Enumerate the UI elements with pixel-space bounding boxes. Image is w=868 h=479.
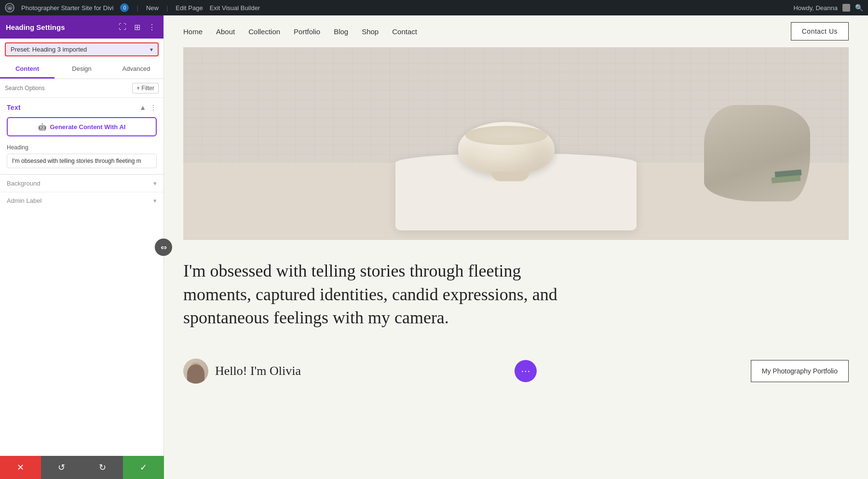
tab-content[interactable]: Content — [0, 60, 54, 79]
sidebar-header: Heading Settings ⛶ ⊞ ⋮ — [0, 15, 163, 39]
contact-us-button[interactable]: Contact Us — [791, 22, 849, 40]
nav-link-about[interactable]: About — [216, 27, 235, 36]
site-nav: Home About Collection Portfolio Blog Sho… — [183, 27, 417, 36]
generate-content-button[interactable]: 🤖 Generate Content With AI — [7, 117, 157, 136]
background-section-title: Background — [7, 180, 40, 187]
sidebar-columns-icon[interactable]: ⊞ — [132, 22, 142, 33]
sidebar-header-icons: ⛶ ⊞ ⋮ — [117, 22, 158, 33]
text-section-controls: ▲ ⋮ — [139, 104, 157, 111]
text-section-title: Text — [7, 104, 21, 111]
text-section: Text ▲ ⋮ 🤖 Generate Content With AI Head… — [0, 98, 163, 174]
admin-comment-count[interactable]: 0 — [120, 3, 129, 12]
sidebar-more-icon[interactable]: ⋮ — [146, 22, 158, 33]
background-section[interactable]: Background ▾ — [0, 174, 163, 192]
tabs-row: Content Design Advanced — [0, 60, 163, 79]
nav-link-shop[interactable]: Shop — [362, 27, 379, 36]
heading-field-input[interactable] — [7, 154, 157, 168]
tab-design[interactable]: Design — [54, 60, 109, 79]
redo-button[interactable]: ↻ — [82, 456, 123, 479]
background-chevron-icon: ▾ — [153, 180, 157, 187]
admin-label-section[interactable]: Admin Label ▾ — [0, 192, 163, 209]
undo-button[interactable]: ↺ — [41, 456, 82, 479]
svg-text:W: W — [8, 6, 12, 11]
portfolio-button[interactable]: My Photography Portfolio — [751, 360, 849, 382]
sidebar-panel: Heading Settings ⛶ ⊞ ⋮ Preset: Heading 3… — [0, 15, 164, 479]
generate-content-label: Generate Content With AI — [50, 123, 126, 131]
preset-chevron-icon: ▾ — [150, 46, 153, 53]
admin-edit-page-link[interactable]: Edit Page — [176, 4, 203, 12]
nav-link-collection[interactable]: Collection — [248, 27, 280, 36]
admin-label-chevron-icon: ▾ — [153, 197, 157, 204]
text-section-menu-icon[interactable]: ⋮ — [150, 104, 157, 111]
admin-bar-left: W Photographer Starter Site for Divi 0 |… — [5, 3, 786, 13]
nav-link-home[interactable]: Home — [183, 27, 203, 36]
hello-row: Hello! I'm Olivia — [183, 359, 301, 384]
text-section-header[interactable]: Text ▲ ⋮ — [0, 98, 163, 115]
admin-new-link[interactable]: New — [146, 4, 159, 12]
site-header: Home About Collection Portfolio Blog Sho… — [164, 15, 868, 47]
admin-bar: W Photographer Starter Site for Divi 0 |… — [0, 0, 868, 15]
sidebar-title: Heading Settings — [6, 23, 65, 31]
main-content: I'm obsessed with telling stories throug… — [164, 240, 868, 354]
content-area: Home About Collection Portfolio Blog Sho… — [164, 15, 868, 479]
wordpress-logo-icon[interactable]: W — [5, 3, 14, 13]
admin-label-section-title: Admin Label — [7, 197, 41, 204]
filter-button[interactable]: + Filter — [132, 83, 159, 93]
search-options-input[interactable] — [5, 85, 129, 92]
avatar-silhouette — [187, 364, 204, 384]
ai-icon: 🤖 — [38, 123, 46, 131]
bottom-row: Hello! I'm Olivia ··· My Photography Por… — [164, 354, 868, 393]
heading-field-group: Heading — [0, 142, 163, 174]
admin-howdy-label: Howdy, Deanna — [793, 4, 838, 12]
save-button[interactable]: ✓ — [123, 456, 164, 479]
admin-site-name[interactable]: Photographer Starter Site for Divi — [21, 4, 113, 12]
text-section-collapse-icon[interactable]: ▲ — [139, 104, 146, 111]
search-filter-row: + Filter — [0, 79, 163, 98]
heading-field-label: Heading — [7, 144, 157, 151]
bowl-base — [491, 172, 529, 181]
bottom-toolbar: ✕ ↺ ↻ ✓ — [0, 456, 164, 479]
avatar — [183, 359, 208, 384]
hero-image — [183, 47, 849, 240]
drag-handle[interactable]: ⇔ — [155, 239, 172, 256]
floating-dots-button[interactable]: ··· — [515, 360, 537, 382]
bowl-shape — [458, 122, 555, 175]
admin-avatar — [842, 4, 850, 12]
nav-link-blog[interactable]: Blog — [334, 27, 348, 36]
sidebar-fullscreen-icon[interactable]: ⛶ — [117, 22, 128, 32]
hero-scene — [183, 47, 849, 240]
preset-label: Preset: Heading 3 imported — [11, 46, 87, 53]
preset-bar[interactable]: Preset: Heading 3 imported ▾ — [5, 42, 159, 56]
cancel-button[interactable]: ✕ — [0, 456, 41, 479]
admin-bar-right: Howdy, Deanna 🔍 — [793, 4, 863, 12]
hero-image-wrapper — [164, 47, 868, 240]
hello-text: Hello! I'm Olivia — [215, 364, 301, 378]
nav-link-contact[interactable]: Contact — [392, 27, 417, 36]
tab-advanced[interactable]: Advanced — [109, 60, 163, 79]
admin-search-icon[interactable]: 🔍 — [855, 4, 863, 12]
main-layout: Heading Settings ⛶ ⊞ ⋮ Preset: Heading 3… — [0, 15, 868, 479]
main-heading: I'm obsessed with telling stories throug… — [183, 259, 579, 330]
cloth-decoration — [704, 105, 810, 201]
nav-link-portfolio[interactable]: Portfolio — [294, 27, 320, 36]
admin-exit-builder-link[interactable]: Exit Visual Builder — [210, 4, 260, 12]
bowl-inner — [465, 126, 547, 145]
